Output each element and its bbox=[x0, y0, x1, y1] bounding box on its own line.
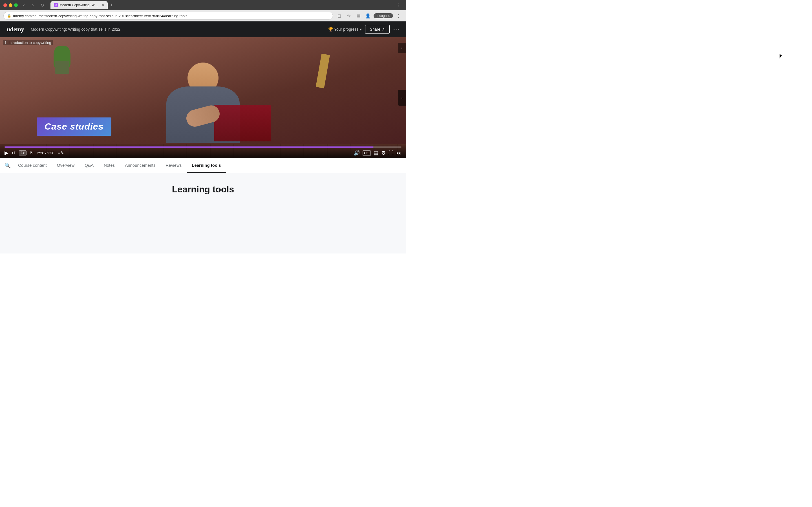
search-icon: 🔍 bbox=[4, 163, 11, 169]
search-tab-button[interactable]: 🔍 bbox=[4, 163, 11, 169]
speed-forward-button[interactable]: ⏭ bbox=[396, 150, 402, 156]
profile-icon[interactable]: 👤 bbox=[364, 12, 372, 20]
address-bar[interactable]: 🔒 udemy.com/course/modern-copywriting-wr… bbox=[3, 12, 333, 20]
new-tab-button[interactable]: + bbox=[109, 2, 114, 8]
trophy-icon: 🏆 bbox=[328, 27, 333, 32]
more-options-button[interactable]: ⋯ bbox=[393, 25, 399, 33]
sidebar-toggle-top[interactable]: ← bbox=[398, 43, 406, 53]
time-display: 2:20 / 2:30 bbox=[37, 151, 54, 155]
sidebar-toggle-middle[interactable]: › bbox=[398, 90, 406, 106]
tab-close-button[interactable]: ✕ bbox=[102, 3, 104, 7]
notes-quick-button[interactable]: ≡✎ bbox=[58, 151, 64, 156]
speed-forward-icon: ⏭ bbox=[396, 150, 402, 156]
tab-course-content[interactable]: Course content bbox=[13, 158, 52, 173]
tab-notes[interactable]: Notes bbox=[99, 158, 120, 173]
settings-icon: ⚙ bbox=[381, 150, 386, 156]
forward-icon: ↻ bbox=[30, 151, 34, 156]
active-tab[interactable]: U Modern Copywriting: Writing c... ✕ bbox=[50, 1, 108, 9]
maximize-dot[interactable] bbox=[14, 3, 18, 7]
incognito-label: Incognito bbox=[376, 14, 390, 18]
browser-action-icons: ⊡ ☆ ▤ 👤 Incognito ⋮ bbox=[335, 12, 403, 20]
refresh-button[interactable]: ↻ bbox=[38, 1, 46, 9]
replay-icon: ↺ bbox=[12, 151, 15, 156]
progress-button[interactable]: 🏆 Your progress ▾ bbox=[328, 27, 362, 32]
video-controls: ▶ ↺ 1x ↻ 2:20 / 2:30 ≡✎ bbox=[0, 144, 406, 158]
settings-button[interactable]: ⚙ bbox=[381, 150, 386, 156]
tab-navigation: 🔍 Course content Overview Q&A Notes Anno… bbox=[0, 158, 406, 173]
tab-favicon: U bbox=[54, 3, 58, 7]
controls-row: ▶ ↺ 1x ↻ 2:20 / 2:30 ≡✎ bbox=[4, 150, 402, 156]
browser-nav-buttons: ‹ › ↻ bbox=[20, 1, 46, 9]
close-dot[interactable] bbox=[3, 3, 7, 7]
play-button[interactable]: ▶ bbox=[4, 150, 8, 156]
arrow-right-icon: › bbox=[401, 95, 403, 100]
share-label: Share bbox=[370, 27, 380, 32]
logo-text: udemy bbox=[7, 25, 24, 33]
video-progress-fill bbox=[4, 147, 373, 148]
time-separator: / bbox=[45, 151, 47, 155]
arrow-left-icon: ← bbox=[400, 46, 404, 50]
forward-button[interactable]: ↻ bbox=[30, 151, 34, 156]
browser-dots bbox=[3, 3, 18, 7]
browser-chrome: ‹ › ↻ U Modern Copywriting: Writing c...… bbox=[0, 0, 406, 10]
udemy-logo: udemy bbox=[7, 25, 24, 33]
tab-overview[interactable]: Overview bbox=[52, 158, 80, 173]
caption-button[interactable]: CC bbox=[363, 151, 371, 156]
udemy-header: udemy Modern Copywriting: Writing copy t… bbox=[0, 21, 406, 37]
volume-button[interactable]: 🔊 bbox=[354, 150, 360, 156]
total-time: 2:30 bbox=[47, 151, 54, 155]
replay-button[interactable]: ↺ bbox=[12, 151, 15, 156]
play-icon: ▶ bbox=[4, 150, 8, 156]
transcript-icon: ▤ bbox=[373, 150, 378, 156]
share-button[interactable]: Share ↗ bbox=[365, 25, 390, 34]
address-text: udemy.com/course/modern-copywriting-writ… bbox=[13, 14, 329, 18]
sidebar-icon[interactable]: ▤ bbox=[354, 12, 362, 20]
address-bar-row: 🔒 udemy.com/course/modern-copywriting-wr… bbox=[0, 10, 406, 21]
browser-menu-button[interactable]: ⋮ bbox=[395, 1, 403, 9]
tab-announcements[interactable]: Announcements bbox=[120, 158, 160, 173]
progress-label: Your progress bbox=[334, 27, 359, 32]
course-title: Modern Copywriting: Writing copy that se… bbox=[31, 27, 321, 32]
tab-learning-tools[interactable]: Learning tools bbox=[187, 158, 226, 173]
tab-title: Modern Copywriting: Writing c... bbox=[59, 3, 99, 7]
app-container: udemy Modern Copywriting: Writing copy t… bbox=[0, 21, 406, 253]
progress-chevron: ▾ bbox=[360, 27, 362, 32]
fullscreen-button[interactable]: ⛶ bbox=[389, 150, 394, 156]
incognito-badge: Incognito bbox=[373, 13, 393, 18]
notes-icon: ≡✎ bbox=[58, 151, 64, 156]
share-icon: ↗ bbox=[382, 27, 385, 32]
volume-icon: 🔊 bbox=[354, 150, 360, 156]
header-right: 🏆 Your progress ▾ Share ↗ ⋯ bbox=[328, 25, 399, 34]
back-button[interactable]: ‹ bbox=[20, 1, 28, 9]
bookmark-icon[interactable]: ☆ bbox=[345, 12, 353, 20]
section-label: 1. Introduction to copywriting bbox=[3, 40, 53, 45]
fullscreen-icon: ⛶ bbox=[389, 150, 394, 156]
cast-icon[interactable]: ⊡ bbox=[335, 12, 343, 20]
content-area: Learning tools bbox=[0, 173, 406, 253]
video-progress-bar[interactable] bbox=[4, 147, 402, 148]
transcript-button[interactable]: ▤ bbox=[373, 150, 378, 156]
caption-text: Case studies bbox=[45, 121, 103, 131]
video-container: 1. Introduction to copywriting Case stud… bbox=[0, 37, 406, 158]
video-background bbox=[0, 37, 406, 158]
right-controls: 🔊 CC ▤ ⚙ ⛶ ⏭ bbox=[354, 150, 402, 156]
forward-button[interactable]: › bbox=[29, 1, 37, 9]
browser-toolbar-icons: ⋮ bbox=[395, 1, 403, 9]
tab-qa[interactable]: Q&A bbox=[80, 158, 99, 173]
lock-icon: 🔒 bbox=[7, 14, 11, 18]
video-caption: Case studies bbox=[37, 117, 111, 136]
current-time: 2:20 bbox=[37, 151, 44, 155]
chrome-menu-button[interactable]: ⋮ bbox=[395, 12, 403, 20]
speed-button[interactable]: 1x bbox=[19, 151, 27, 156]
caption-icon: CC bbox=[364, 151, 369, 155]
tab-reviews[interactable]: Reviews bbox=[161, 158, 187, 173]
tab-bar: U Modern Copywriting: Writing c... ✕ + bbox=[50, 1, 393, 9]
page-heading: Learning tools bbox=[172, 184, 234, 194]
minimize-dot[interactable] bbox=[9, 3, 12, 7]
